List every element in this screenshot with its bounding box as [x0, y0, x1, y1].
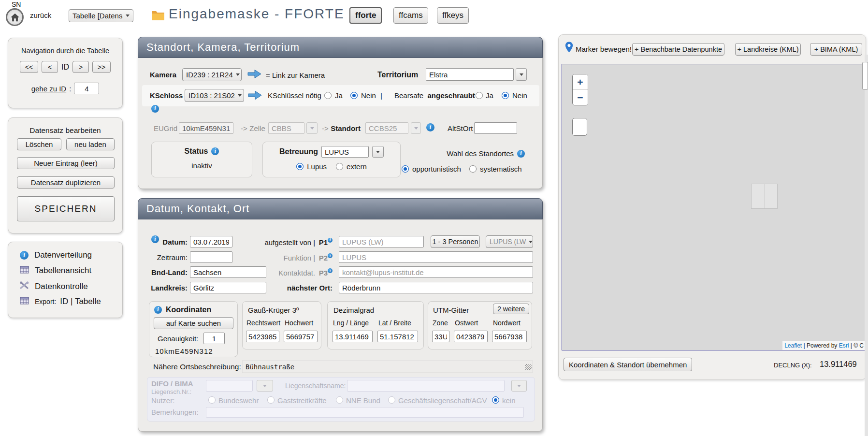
duplicate-button[interactable]: Datensatz duplizieren: [17, 176, 115, 189]
territorium-dropdown-button[interactable]: [516, 68, 527, 81]
kschloss-select[interactable]: ID103 : 21S02: [185, 89, 244, 102]
map-canvas[interactable]: + − Leaflet | Powered by Esri | © C: [562, 64, 866, 350]
prev-record-button[interactable]: <: [42, 61, 58, 73]
info-icon[interactable]: i: [151, 105, 159, 113]
genauigkeit-input[interactable]: [203, 333, 225, 344]
last-record-button[interactable]: >>: [92, 61, 111, 73]
benachbarte-datenpunkte-button[interactable]: + Benachbarte Datenpunkte: [632, 43, 724, 56]
p1-input[interactable]: [339, 236, 424, 247]
p2-input[interactable]: [339, 251, 533, 263]
reload-button[interactable]: neu laden: [66, 138, 115, 150]
auf-karte-suchen-button[interactable]: auf Karte suchen: [154, 317, 233, 329]
standort-panel: Standort, Kamera, Territorium Kamera ID2…: [138, 37, 543, 189]
datenverteilung-label: Datenverteilung: [34, 250, 92, 260]
zelle-word: Zelle: [249, 124, 265, 132]
kschluessel-nein-radio[interactable]: [350, 92, 358, 99]
leaflet-link[interactable]: Leaflet: [784, 342, 802, 349]
bima-kml-button[interactable]: + BIMA (KML): [810, 43, 862, 56]
p1-select[interactable]: LUPUS (LW: [486, 235, 533, 248]
link-arrow-icon[interactable]: [247, 69, 261, 81]
datum-input[interactable]: [190, 236, 232, 247]
nordwert-label: Nordwert: [493, 319, 521, 327]
goto-id-link[interactable]: gehe zu ID: [31, 85, 67, 93]
home-icon[interactable]: [6, 8, 24, 26]
first-record-button[interactable]: <<: [20, 61, 38, 73]
personen-button[interactable]: 1 - 3 Personen: [431, 235, 480, 248]
opportunistisch-label: opportunistisch: [412, 165, 461, 173]
bundeswehr-label: Bundeswehr: [218, 396, 259, 405]
next-record-button[interactable]: >: [72, 61, 89, 73]
attribution-text: | Powered by: [802, 342, 839, 349]
page-scrollbar[interactable]: [865, 55, 868, 436]
fforte-button[interactable]: fforte: [349, 7, 382, 24]
betreuung-dropdown-button[interactable]: [372, 146, 384, 158]
ffcams-button[interactable]: ffcams: [393, 7, 428, 24]
info-icon[interactable]: i: [328, 253, 333, 258]
export-link[interactable]: Export: ID | Tabelle: [20, 297, 101, 306]
info-icon[interactable]: i: [154, 306, 162, 314]
opportunistisch-radio[interactable]: [402, 165, 409, 173]
kschloss-band: KSchloss ID103 : 21S02 KSchlüssel nötig …: [142, 85, 539, 106]
table-select[interactable]: Tabelle [Datens: [69, 9, 133, 22]
resize-grip-icon[interactable]: [525, 364, 532, 370]
link-arrow-icon[interactable]: [248, 90, 262, 102]
altstort-input[interactable]: [474, 122, 517, 134]
rechtswert-input[interactable]: [246, 331, 279, 342]
wahl-standort-options: opportunistisch systematisch: [402, 165, 522, 173]
goto-id-input[interactable]: [74, 83, 99, 94]
p3-input[interactable]: [339, 266, 533, 278]
esri-link[interactable]: Esri: [839, 342, 849, 349]
info-icon[interactable]: i: [426, 123, 434, 131]
info-icon[interactable]: i: [328, 268, 333, 273]
info-icon[interactable]: i: [517, 150, 525, 158]
delete-button[interactable]: Löschen: [17, 138, 61, 150]
landkreise-kml-button[interactable]: + Landkreise (KML): [735, 43, 801, 56]
betreuung-input[interactable]: [321, 146, 369, 158]
naechster-ort-input[interactable]: [339, 282, 533, 293]
map-extra-control-button[interactable]: [572, 118, 587, 136]
page-scrollbar-thumb[interactable]: [862, 62, 868, 90]
kschluessel-ja-radio[interactable]: [324, 92, 332, 99]
betreuung-label: Betreuung: [279, 147, 318, 156]
koordinaten-uebernehmen-button[interactable]: Koordinaten & Standort übernehmen: [564, 358, 692, 371]
betreuung-lupus-radio[interactable]: [296, 163, 304, 170]
back-link[interactable]: zurück: [30, 11, 51, 19]
map-zoom-control: + −: [572, 74, 588, 105]
standort-dropdown-button: [411, 122, 421, 134]
kamera-select[interactable]: ID239 : 21R24: [182, 68, 242, 81]
table-icon: [20, 266, 29, 276]
liegensch-nr-dropdown: [257, 380, 273, 392]
bearsafe-nein-radio[interactable]: [502, 92, 509, 99]
lng-input[interactable]: [333, 331, 373, 342]
zone-input[interactable]: [432, 331, 449, 342]
hochwert-input[interactable]: [284, 331, 318, 342]
territorium-input[interactable]: [426, 68, 514, 81]
info-icon[interactable]: i: [328, 238, 333, 243]
ostwert-input[interactable]: [454, 331, 488, 342]
ffkeys-button[interactable]: ffkeys: [437, 7, 469, 24]
info-icon[interactable]: i: [211, 147, 219, 155]
systematisch-radio[interactable]: [469, 165, 477, 173]
zeitraum-input[interactable]: [190, 251, 232, 263]
difo-title: DIFO / BIMA: [151, 379, 193, 388]
tabellenansicht-link[interactable]: Tabellenansicht: [20, 266, 91, 276]
bearsafe-ja-radio[interactable]: [476, 92, 483, 99]
new-entry-button[interactable]: Neuer Eintrag (leer): [17, 157, 115, 169]
zoom-in-button[interactable]: +: [573, 74, 588, 89]
liegenschaftsname-dropdown: [511, 380, 527, 392]
ortsbeschreibung-textarea[interactable]: Bühnaustraße: [242, 360, 533, 373]
kamera-label: Kamera: [150, 71, 176, 79]
utm-more-button[interactable]: 2 weitere: [493, 304, 529, 314]
save-button[interactable]: SPEICHERN: [17, 196, 115, 221]
nordwert-input[interactable]: [492, 331, 527, 342]
zoom-out-button[interactable]: −: [573, 89, 588, 105]
kschloss-label: KSchloss: [150, 91, 183, 100]
datenverteilung-link[interactable]: i Datenverteilung: [20, 250, 92, 260]
datenkontrolle-link[interactable]: Datenkontrolle: [20, 281, 88, 291]
betreuung-header: Betreuung: [263, 146, 400, 158]
lat-input[interactable]: [377, 331, 418, 342]
eugrid-input: [179, 122, 233, 134]
goto-id-colon: :: [69, 85, 71, 93]
bearsafe-state-word: angeschraubt: [428, 91, 475, 100]
betreuung-extern-radio[interactable]: [336, 163, 343, 170]
